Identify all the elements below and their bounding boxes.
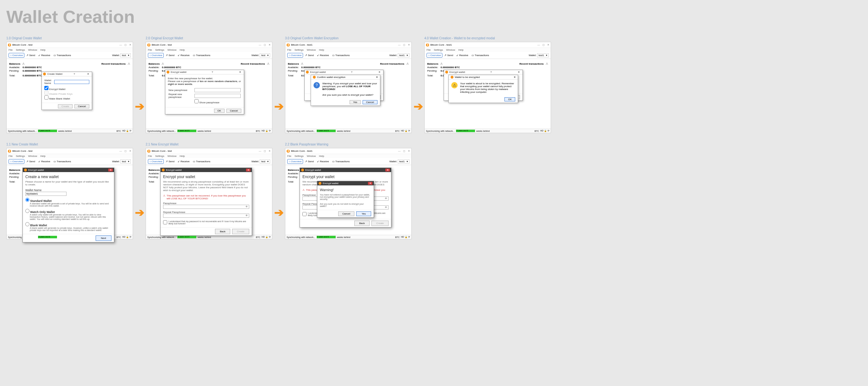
yes-button[interactable]: Yes	[350, 100, 361, 104]
wallet-label: Wallet:	[112, 54, 120, 57]
arrow-icon: ➔	[135, 206, 145, 219]
close-icon[interactable]: ✕	[376, 76, 378, 79]
yes-button[interactable]: Yes	[356, 211, 371, 216]
repeat-passphrase-input[interactable]	[163, 214, 249, 218]
caption: 3.0 Original Confirm Wallet Encryption	[285, 36, 412, 40]
app-window: ₿Bitcoin Core - test—◻✕ FileSettingsWind…	[146, 148, 272, 239]
arrow-icon: ➔	[413, 100, 423, 113]
blank-wallet-checkbox[interactable]	[44, 95, 49, 99]
caption: 4.0 Wallet Creation - Wallet to be encry…	[424, 36, 551, 40]
recent-heading: Recent transactions ⚠	[101, 62, 130, 78]
close-icon[interactable]: ✕	[86, 72, 91, 76]
eye-icon[interactable]: 👁	[245, 205, 248, 208]
next-button[interactable]: Next	[96, 235, 112, 241]
minimize-icon[interactable]: —	[119, 43, 122, 46]
status-text: Synchronizing with network...	[8, 130, 37, 132]
passphrase-input[interactable]	[163, 205, 249, 209]
dialog-title: Encrypt wallet	[166, 169, 182, 172]
balances-heading: Balances	[9, 62, 20, 65]
blank-wallet-radio[interactable]	[25, 222, 29, 226]
new-passphrase-input[interactable]	[194, 88, 241, 92]
arrow-icon: ➔	[274, 206, 284, 219]
ack-checkbox[interactable]	[163, 220, 167, 225]
maximize-icon[interactable]: ◻	[124, 43, 127, 46]
dialog-heading: Create a new wallet	[25, 175, 112, 179]
close-icon[interactable]: ✕	[514, 76, 516, 79]
arrow-icon: ➔	[135, 100, 145, 113]
menu-window[interactable]: Window	[28, 49, 37, 51]
encrypt-checkbox[interactable]	[44, 86, 49, 90]
bitcoin-icon: ₿	[8, 43, 11, 47]
tab-overview[interactable]: ⌂ Overview	[8, 53, 24, 58]
tab-receive[interactable]: ↙ Receive	[37, 53, 52, 57]
repeat-passphrase-input[interactable]	[194, 94, 241, 98]
app-window: ₿Bitcoin Core - test1—◻✕ FileSettingsWin…	[285, 148, 412, 239]
menu-help[interactable]: Help	[40, 49, 45, 51]
arrow-icon: ➔	[274, 100, 284, 113]
info-icon: ?	[313, 82, 320, 88]
window-title: Bitcoin Core - test	[12, 43, 33, 46]
tab-overview[interactable]: ⌂ Overview	[148, 53, 164, 58]
wallet-to-be-encrypted-dialog: Wallet to be encrypted✕ ⚠Your wallet is …	[448, 75, 518, 103]
app-window: ₿Bitcoin Core - test1—◻✕ FileSettingsWin…	[285, 42, 412, 133]
menu-settings[interactable]: Settings	[16, 49, 25, 51]
close-icon[interactable]: ✕	[238, 71, 243, 73]
caption: 1.1 New Create Wallet	[6, 143, 133, 146]
dialog-title: Encrypt wallet	[323, 182, 339, 185]
warning-heading: Warning!	[320, 188, 371, 192]
disable-keys-checkbox	[44, 91, 49, 95]
standard-wallet-radio[interactable]	[25, 198, 29, 202]
window-title: Bitcoin Core - test	[152, 43, 172, 46]
dialog-title: Wallet to be encrypted	[455, 76, 480, 79]
dialog-heading: Encrypt your wallet	[163, 175, 249, 179]
app-window: ₿Bitcoin Core - test—◻✕ FileSettingsWind…	[146, 42, 272, 133]
encrypt-wallet-dialog: Encrypt wallet?✕ Enter the new passphras…	[165, 70, 244, 114]
bitcoin-icon	[43, 72, 46, 76]
wallet-selector[interactable]: test▾	[120, 53, 131, 57]
warning-icon: ⚠	[128, 62, 130, 65]
new-encrypt-wallet-dialog: Encrypt wallet✕ Encrypt your wallet We r…	[160, 168, 252, 236]
caption: 1.0 Orignal Create Wallet	[6, 36, 133, 40]
eye-slash-icon[interactable]: 👁	[385, 206, 387, 209]
caption: 2.0 Original Encrypt Wallet	[146, 36, 272, 40]
create-button[interactable]: Create	[232, 229, 249, 234]
eye-icon[interactable]: 👁	[385, 197, 387, 200]
status-icons: HD 🔒 ⟳	[122, 129, 131, 132]
ok-button[interactable]: OK	[504, 97, 515, 101]
progress-bar: 2 years and 6	[38, 129, 57, 132]
app-window: ₿Bitcoin Core - test1—◻✕ FileSettingsWin…	[424, 42, 551, 133]
cancel-button[interactable]: Cancel	[363, 100, 377, 104]
ok-button[interactable]: OK	[214, 109, 225, 113]
confirm-encryption-dialog: Confirm wallet encryption✕ ?Warning: If …	[311, 75, 380, 106]
dialog-title: Encrypt wallet	[28, 169, 44, 172]
close-icon[interactable]: ✕	[108, 169, 113, 172]
menu-file[interactable]: File	[8, 49, 13, 51]
cancel-button[interactable]: Cancel	[226, 109, 241, 113]
eye-icon[interactable]: 👁	[245, 214, 248, 217]
warning-icon: ⚠	[451, 82, 458, 88]
back-button[interactable]: Back	[215, 229, 230, 234]
wallet-name-input[interactable]	[54, 80, 89, 84]
help-icon[interactable]: ?	[72, 72, 76, 76]
tab-transactions[interactable]: ▭ Transactions	[52, 53, 72, 57]
app-window: ₿Bitcoin Core - test—◻✕ FileSettingsWind…	[6, 42, 133, 133]
close-icon[interactable]: ✕	[246, 169, 250, 172]
watch-only-radio[interactable]	[25, 209, 29, 213]
create-wallet-dialog: Create Wallet?✕ Wallet Name Encrypt Wall…	[41, 71, 92, 110]
show-passphrase-checkbox[interactable]	[194, 99, 198, 103]
blank-passphrase-warning-dialog: Encrypt wallet✕ Warning! You have not en…	[317, 181, 374, 218]
dialog-title: Encrypt wallet	[171, 71, 187, 73]
wallet-name-label: Wallet Name	[25, 188, 112, 192]
create-button[interactable]: Create	[58, 104, 72, 109]
cancel-button[interactable]: Cancel	[338, 211, 354, 216]
close-icon[interactable]: ✕	[129, 43, 131, 46]
chevron-down-icon: ▾	[128, 54, 129, 57]
close-icon[interactable]: ✕	[368, 182, 372, 185]
wallet-name-input[interactable]	[25, 192, 66, 196]
warning-icon: ⚠	[163, 194, 165, 200]
help-icon[interactable]: ?	[210, 71, 214, 73]
cancel-button[interactable]: Cancel	[74, 104, 89, 109]
tab-send[interactable]: ↗ Send	[25, 53, 36, 57]
caption: 2.2 Blank Passphrase Warning	[285, 143, 412, 146]
wallet-name-label: Wallet Name	[44, 79, 52, 85]
